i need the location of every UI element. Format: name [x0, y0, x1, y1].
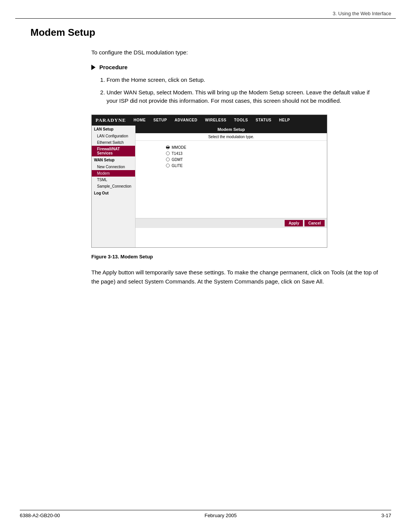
nav-tools[interactable]: TOOLS: [230, 115, 252, 126]
bottom-text: The Apply button will temporarily save t…: [91, 268, 381, 286]
sidebar-item-wan-setup[interactable]: WAN Setup: [92, 156, 135, 164]
sidebar-item-lan-setup[interactable]: LAN Setup: [92, 126, 135, 133]
nav-setup[interactable]: SETUP: [150, 115, 171, 126]
radio-group: MMODE T1413 GDMT: [166, 145, 319, 168]
radio-mmode-circle[interactable]: [166, 145, 170, 149]
sidebar-item-firewall[interactable]: Firewall/NAT Services: [92, 146, 135, 156]
nav-help[interactable]: HELP: [275, 115, 294, 126]
content-title: Modem Setup: [135, 126, 327, 133]
nav-home[interactable]: HOME: [130, 115, 150, 126]
sidebar-item-sample-connection[interactable]: Sample_Connection: [92, 183, 135, 190]
footer-center: February 2005: [204, 513, 237, 518]
header-rule: [15, 18, 396, 19]
sidebar: LAN Setup LAN Configuration Ethernet Swi…: [92, 126, 135, 247]
procedure-heading: Procedure: [91, 64, 381, 70]
content-subtitle: Select the modulation type.: [135, 133, 327, 141]
sidebar-item-lan-config[interactable]: LAN Configuration: [92, 133, 135, 139]
main-content: Modem Setup To configure the DSL modulat…: [30, 27, 381, 294]
nav-logo: PARADYNE: [92, 115, 130, 126]
sidebar-item-tsml[interactable]: TSML: [92, 177, 135, 183]
chapter-header: 3. Using the Web Interface: [333, 11, 391, 16]
figure-caption: Figure 3-13. Modem Setup: [91, 254, 381, 260]
content-area: Modem Setup Select the modulation type. …: [135, 126, 327, 247]
ui-screenshot: PARADYNE HOME SETUP ADVANCED WIRELESS TO…: [91, 115, 327, 248]
nav-items[interactable]: HOME SETUP ADVANCED WIRELESS TOOLS STATU…: [130, 115, 294, 126]
cancel-button[interactable]: Cancel: [304, 220, 325, 226]
radio-group-container: MMODE T1413 GDMT: [135, 141, 327, 172]
intro-text: To configure the DSL modulation type:: [91, 49, 381, 56]
content-body: MMODE T1413 GDMT: [135, 141, 327, 172]
content-footer: Apply Cancel: [135, 218, 327, 228]
radio-gdmt-circle[interactable]: [166, 158, 170, 161]
procedure-label: Procedure: [99, 64, 127, 70]
nav-bar: PARADYNE HOME SETUP ADVANCED WIRELESS TO…: [92, 115, 327, 126]
radio-t1413[interactable]: T1413: [166, 151, 319, 156]
radio-gdmt[interactable]: GDMT: [166, 158, 319, 162]
steps-list: From the Home screen, click on Setup. Un…: [107, 76, 381, 105]
sidebar-item-new-connection[interactable]: New Connection: [92, 164, 135, 170]
page-title: Modem Setup: [30, 27, 381, 38]
step-1: From the Home screen, click on Setup.: [107, 76, 381, 84]
step-2: Under WAN Setup, select Modem. This will…: [107, 88, 381, 105]
logo-text: PARADYNE: [96, 117, 126, 123]
sidebar-item-ethernet-switch[interactable]: Ethernet Switch: [92, 139, 135, 146]
page-footer: 6388-A2-GB20-00 February 2005 3-17: [20, 510, 391, 518]
nav-status[interactable]: STATUS: [252, 115, 276, 126]
apply-button[interactable]: Apply: [285, 220, 303, 226]
radio-glite-circle[interactable]: [166, 164, 170, 167]
nav-advanced[interactable]: ADVANCED: [171, 115, 201, 126]
radio-mmode[interactable]: MMODE: [166, 145, 319, 150]
nav-wireless[interactable]: WIRELESS: [201, 115, 230, 126]
ui-body: LAN Setup LAN Configuration Ethernet Swi…: [92, 126, 327, 247]
content-spacer: [135, 172, 327, 218]
radio-t1413-circle[interactable]: [166, 151, 170, 155]
footer-right: 3-17: [381, 513, 391, 518]
radio-glite[interactable]: GLITE: [166, 164, 319, 168]
sidebar-item-modem[interactable]: Modem: [92, 170, 135, 177]
footer-left: 6388-A2-GB20-00: [20, 513, 60, 518]
sidebar-item-logout[interactable]: Log Out: [92, 190, 135, 197]
